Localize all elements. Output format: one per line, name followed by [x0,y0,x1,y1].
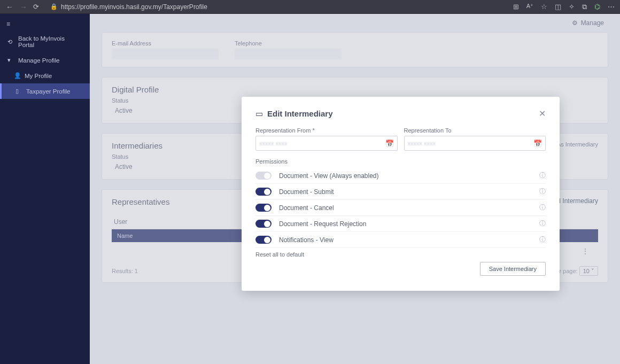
favorite-icon[interactable]: ☆ [541,3,547,11]
perm-doc-submit-label: Document - Submit [279,188,334,196]
rep-from-input[interactable]: xxxxx xxxx📅 [255,136,398,151]
chevron-down-icon: ▾ [7,57,14,64]
permissions-label: Permissions [255,158,546,165]
perm-doc-reject-label: Document - Request Rejection [279,220,366,228]
edit-intermediary-modal: ▭ Edit Intermediary ✕ Representation Fro… [242,97,560,291]
browser-chrome: ← → ⟳ 🔒 https://profile.myinvois.hasil.g… [0,0,620,14]
address-bar[interactable]: 🔒 https://profile.myinvois.hasil.gov.my/… [50,3,207,11]
url-text: https://profile.myinvois.hasil.gov.my/Ta… [61,3,207,11]
building-icon: ▯ [15,88,22,95]
toggle-notif-view[interactable] [255,236,272,244]
modal-title: Edit Intermediary [267,109,333,118]
back-portal-icon: ⟲ [7,38,14,45]
perm-doc-view: Document - View (Always enabled) ⓘ [255,168,546,184]
perm-notif-view: Notifications - View ⓘ [255,232,546,248]
info-icon[interactable]: ⓘ [539,203,546,212]
app-icon[interactable]: ⊞ [513,3,519,11]
sidebar-item-my-profile[interactable]: 👤 My Profile [0,68,90,83]
perm-notif-view-label: Notifications - View [279,236,334,244]
perm-doc-cancel: Document - Cancel ⓘ [255,200,546,216]
rep-from-label: Representation From * [255,127,398,134]
chrome-actions: ⊞ A⁺ ☆ ◫ ✧ ⧉ ⌬ ⋯ [513,3,615,11]
laptop-icon: ▭ [255,109,263,119]
lock-icon: 🔒 [50,3,58,10]
perm-doc-cancel-label: Document - Cancel [279,204,334,212]
hamburger-icon[interactable]: ≡ [0,17,90,31]
info-icon[interactable]: ⓘ [539,219,546,228]
reload-icon[interactable]: ⟳ [33,3,42,11]
sidebar-item-back[interactable]: ⟲ Back to MyInvois Portal [0,31,90,52]
toggle-doc-cancel[interactable] [255,204,272,212]
sidebar-back-label: Back to MyInvois Portal [18,35,82,48]
sidebar-item-taxpayer-profile[interactable]: ▯ Taxpayer Profile [0,83,90,99]
info-icon[interactable]: ⓘ [539,171,546,180]
more-icon[interactable]: ⋯ [608,3,615,11]
forward-icon[interactable]: → [19,3,28,11]
toggle-doc-submit[interactable] [255,188,272,196]
sidebar-manage-label: Manage Profile [18,57,59,64]
split-icon[interactable]: ◫ [555,3,561,11]
perm-doc-view-label: Document - View (Always enabled) [279,172,379,180]
toggle-doc-view [255,172,272,180]
toggle-doc-reject[interactable] [255,220,272,228]
perm-doc-submit: Document - Submit ⓘ [255,184,546,200]
sidebar-my-label: My Profile [25,73,52,79]
sidebar: ≡ ⟲ Back to MyInvois Portal ▾ Manage Pro… [0,14,90,364]
main-area: ⚙ Manage E-mail Address Telephone Digita… [90,14,620,364]
collections-icon[interactable]: ✧ [569,3,575,11]
sync-icon[interactable]: ⧉ [582,3,587,11]
info-icon[interactable]: ⓘ [539,235,546,244]
calendar-icon[interactable]: 📅 [533,140,542,148]
rep-to-label: Representation To [404,127,546,134]
rep-to-input[interactable]: xxxxx xxxx📅 [404,136,546,151]
back-icon[interactable]: ← [5,3,14,11]
extension-icon[interactable]: ⌬ [594,3,600,11]
close-icon[interactable]: ✕ [539,109,546,119]
person-icon: 👤 [14,72,20,79]
perm-doc-reject: Document - Request Rejection ⓘ [255,216,546,232]
save-intermediary-button[interactable]: Save Intermediary [480,262,546,276]
calendar-icon[interactable]: 📅 [385,140,394,148]
sidebar-item-manage[interactable]: ▾ Manage Profile [0,52,90,68]
sidebar-tax-label: Taxpayer Profile [26,88,70,95]
info-icon[interactable]: ⓘ [539,187,546,196]
reset-link[interactable]: Reset all to default [255,251,546,258]
read-aloud-icon[interactable]: A⁺ [526,3,533,11]
